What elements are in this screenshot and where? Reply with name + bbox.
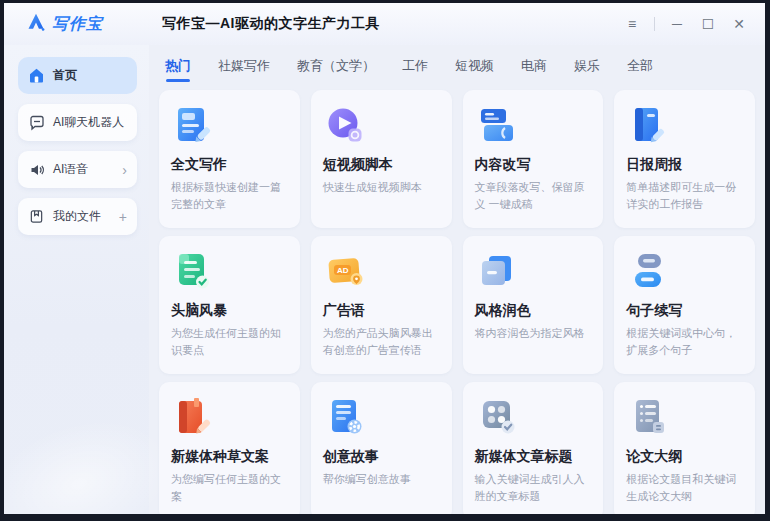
app-logo[interactable]: 写作宝 [4,12,149,36]
card-title: 创意故事 [323,448,440,466]
book-pencil-red-icon [171,395,215,439]
card-description: 帮你编写创意故事 [323,471,440,488]
app-window: 写作宝 写作宝—AI驱动的文字生产力工具 ≡─☐✕ 首页AI聊天机器人AI语音›… [4,3,765,514]
card-description: 为您生成任何主题的知识要点 [171,325,288,358]
tab-hot[interactable]: 热门 [165,57,191,81]
card-description: 文章段落改写、保留原义 一键成稿 [475,179,592,212]
tool-card-style-polish[interactable]: 风格润色将内容润色为指定风格 [463,236,604,374]
chat-icon [28,114,45,131]
doc-gear-blue-icon [323,395,367,439]
sidebar-item-label: AI语音 [53,161,88,178]
tool-card-content-rewrite[interactable]: 内容改写文章段落改写、保留原义 一键成稿 [463,90,604,228]
close-button[interactable]: ✕ [727,12,751,36]
tab-ecommerce[interactable]: 电商 [521,57,547,81]
main-content: 热门社媒写作教育（文学）工作短视频电商娱乐全部 全文写作根据标题快速创建一篇完整… [149,45,765,514]
card-title: 短视频脚本 [323,156,440,174]
card-description: 简单描述即可生成一份详实的工作报告 [626,179,743,212]
sidebar-item-label: 我的文件 [53,208,101,225]
svg-text:AD: AD [337,266,349,275]
tool-card-new-media-seeding-copy[interactable]: 新媒体种草文案为您编写任何主题的文案 [159,382,300,514]
tool-card-full-text-writing[interactable]: 全文写作根据标题快速创建一篇完整的文章 [159,90,300,228]
grid-check-slate-icon [475,395,519,439]
tool-card-creative-story[interactable]: 创意故事帮你编写创意故事 [311,382,452,514]
card-title: 新媒体种草文案 [171,448,288,466]
sidebar-item-home[interactable]: 首页 [18,57,137,94]
sidebar-item-ai-chatbot[interactable]: AI聊天机器人 [18,104,137,141]
minimize-button[interactable]: ─ [665,12,689,36]
report-book-blue-icon [626,103,670,147]
card-title: 广告语 [323,302,440,320]
chevron-icon[interactable]: › [122,163,127,177]
tool-card-grid: 全文写作根据标题快速创建一篇完整的文章短视频脚本快速生成短视频脚本内容改写文章段… [159,90,757,514]
rewrite-panels-blue-icon [475,103,519,147]
tool-card-paper-outline[interactable]: 论文大纲根据论文题目和关键词生成论文大纲 [614,382,755,514]
bubbles-blue-icon [626,249,670,293]
doc-pencil-blue-icon [171,103,215,147]
tool-card-ad-slogan[interactable]: AD广告语为您的产品头脑风暴出有创意的广告宣传语 [311,236,452,374]
tool-card-new-media-article-title[interactable]: 新媒体文章标题输入关键词生成引人入胜的文章标题 [463,382,604,514]
card-description: 根据论文题目和关键词生成论文大纲 [626,471,743,504]
tool-card-brainstorm[interactable]: 头脑风暴为您生成任何主题的知识要点 [159,236,300,374]
tab-all[interactable]: 全部 [627,57,653,81]
voice-icon [28,161,45,178]
menu-button[interactable]: ≡ [620,12,644,36]
add-icon[interactable]: + [119,210,127,224]
card-description: 根据标题快速创建一篇完整的文章 [171,179,288,212]
maximize-button[interactable]: ☐ [696,12,720,36]
ad-wallet-orange-icon: AD [323,249,367,293]
tab-social-media-writing[interactable]: 社媒写作 [218,57,270,81]
tool-card-sentence-continuation[interactable]: 句子续写根据关键词或中心句，扩展多个句子 [614,236,755,374]
file-icon [28,208,45,225]
card-description: 为您的产品头脑风暴出有创意的广告宣传语 [323,325,440,358]
tab-short-video[interactable]: 短视频 [455,57,494,81]
card-description: 将内容润色为指定风格 [475,325,592,342]
logo-text: 写作宝 [52,14,103,35]
sidebar-item-my-files[interactable]: 我的文件+ [18,198,137,235]
logo-icon [26,12,46,36]
tool-card-short-video-script[interactable]: 短视频脚本快速生成短视频脚本 [311,90,452,228]
card-description: 根据关键词或中心句，扩展多个句子 [626,325,743,358]
card-description: 输入关键词生成引人入胜的文章标题 [475,471,592,504]
window-title: 写作宝—AI驱动的文字生产力工具 [162,3,380,45]
video-play-purple-icon [323,103,367,147]
card-title: 句子续写 [626,302,743,320]
card-title: 新媒体文章标题 [475,448,592,466]
controls-separator [654,17,655,31]
home-icon [28,67,45,84]
window-controls: ≡─☐✕ [620,3,751,45]
tab-work[interactable]: 工作 [402,57,428,81]
outline-doc-slate-icon [626,395,670,439]
card-title: 风格润色 [475,302,592,320]
card-title: 论文大纲 [626,448,743,466]
card-title: 头脑风暴 [171,302,288,320]
card-title: 全文写作 [171,156,288,174]
card-description: 快速生成短视频脚本 [323,179,440,196]
tool-card-daily-weekly-report[interactable]: 日报周报简单描述即可生成一份详实的工作报告 [614,90,755,228]
tab-entertainment[interactable]: 娱乐 [574,57,600,81]
sidebar-item-label: AI聊天机器人 [53,114,124,131]
card-title: 日报周报 [626,156,743,174]
category-tabs: 热门社媒写作教育（文学）工作短视频电商娱乐全部 [159,55,757,83]
titlebar: 写作宝 写作宝—AI驱动的文字生产力工具 ≡─☐✕ [4,3,765,45]
sidebar-item-label: 首页 [53,67,77,84]
sidebar-item-ai-voice[interactable]: AI语音› [18,151,137,188]
tab-education-literature[interactable]: 教育（文学） [297,57,375,81]
folders-blue-icon [475,249,519,293]
checklist-green-icon [171,249,215,293]
card-description: 为您编写任何主题的文案 [171,471,288,504]
card-title: 内容改写 [475,156,592,174]
sidebar: 首页AI聊天机器人AI语音›我的文件+ [4,45,149,514]
